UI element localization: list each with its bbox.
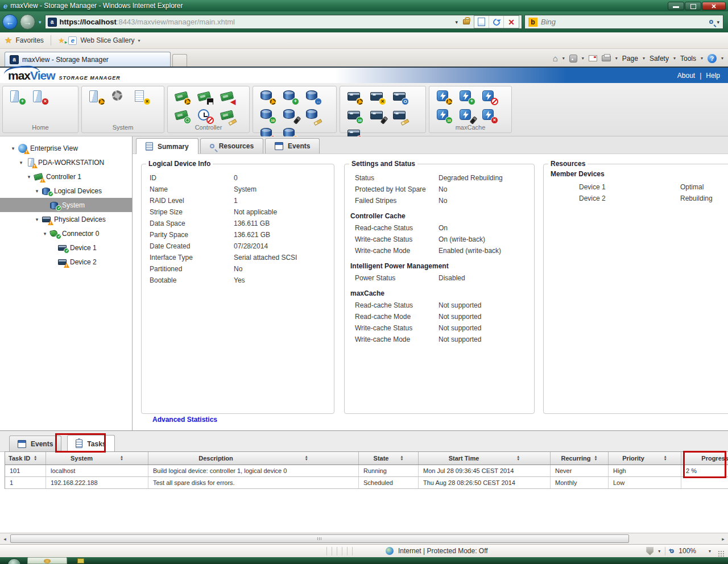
feeds-dropdown-icon[interactable]: ▾ bbox=[582, 56, 584, 61]
tree-item-pda-workstation[interactable]: PDA-WORKSTATION bbox=[0, 155, 132, 169]
help-icon[interactable]: ? bbox=[708, 54, 717, 63]
search-dropdown-icon[interactable]: ▾ bbox=[717, 19, 719, 25]
expander-icon[interactable] bbox=[26, 174, 32, 180]
back-button[interactable]: ← bbox=[2, 14, 18, 30]
address-dropdown-icon[interactable]: ▾ bbox=[453, 19, 460, 25]
sort-icon[interactable] bbox=[34, 455, 37, 461]
resize-grip[interactable] bbox=[718, 550, 725, 557]
mail-icon[interactable] bbox=[589, 55, 597, 61]
page-menu[interactable]: Page bbox=[622, 55, 638, 63]
home-icon[interactable]: ⌂ bbox=[553, 53, 558, 63]
sort-icon[interactable] bbox=[664, 455, 667, 461]
print-icon[interactable] bbox=[602, 55, 611, 61]
repair-physical-icon[interactable]: ✕ bbox=[370, 89, 385, 105]
scrollbar-thumb[interactable] bbox=[10, 534, 629, 543]
search-icon[interactable] bbox=[709, 20, 713, 24]
raid10-logical-icon[interactable]: 10 bbox=[260, 108, 275, 123]
scroll-right-icon[interactable]: ▸ bbox=[718, 536, 728, 542]
tree-item-device-2[interactable]: Device 2 bbox=[0, 255, 132, 269]
minimize-button[interactable] bbox=[668, 2, 684, 10]
locate-maxcache-icon[interactable] bbox=[459, 108, 474, 123]
silence-alarm-icon[interactable] bbox=[197, 108, 213, 123]
address-bar[interactable]: a https://localhost:8443/maxview/manager… bbox=[45, 15, 522, 29]
url-text[interactable]: https://localhost:8443/maxview/manager/m… bbox=[60, 18, 235, 26]
stop-button[interactable]: ✕ bbox=[504, 16, 519, 28]
power-physical-icon[interactable]: O bbox=[392, 89, 408, 105]
ssl-lock-icon[interactable] bbox=[463, 19, 470, 24]
col-system[interactable]: System bbox=[46, 452, 148, 465]
col-description[interactable]: Description bbox=[148, 452, 359, 465]
task-row[interactable]: 1 192.168.222.188 Test all spare disks f… bbox=[5, 477, 728, 489]
print-dropdown-icon[interactable]: ▾ bbox=[615, 56, 618, 61]
tab-resources[interactable]: Resources bbox=[200, 138, 263, 154]
expand-logical-icon[interactable]: ↔ bbox=[305, 89, 321, 105]
expander-icon[interactable] bbox=[34, 188, 40, 194]
manage-configuration-icon[interactable] bbox=[111, 89, 127, 105]
zoom-icon[interactable] bbox=[670, 549, 674, 553]
save-config-icon[interactable] bbox=[197, 89, 213, 105]
col-progress[interactable]: Progress bbox=[681, 452, 728, 465]
tab-events[interactable]: Events bbox=[265, 138, 320, 154]
col-priority[interactable]: Priority bbox=[609, 452, 681, 465]
tree-item-system-selected[interactable]: System bbox=[0, 198, 132, 212]
erase-controller-icon[interactable] bbox=[220, 108, 235, 123]
sort-icon[interactable] bbox=[400, 455, 403, 461]
compatibility-view-button[interactable] bbox=[474, 16, 489, 28]
tree-item-enterprise-view[interactable]: Enterprise View bbox=[0, 141, 132, 155]
taskbar-tray-icon[interactable] bbox=[77, 558, 84, 563]
search-box[interactable]: b Bing ▾ bbox=[524, 15, 723, 29]
add-system-icon[interactable]: + bbox=[10, 89, 25, 105]
favorites-label[interactable]: Favorites bbox=[15, 36, 43, 44]
controller-settings-icon[interactable] bbox=[175, 89, 190, 105]
zoom-dropdown-icon[interactable]: ▾ bbox=[709, 549, 711, 554]
web-slice-icon[interactable]: e bbox=[68, 36, 77, 45]
safety-dropdown-icon[interactable]: ▾ bbox=[673, 56, 676, 61]
help-dropdown-icon[interactable]: ▾ bbox=[721, 56, 723, 61]
create-maxcache-icon[interactable]: + bbox=[459, 89, 474, 105]
safety-menu[interactable]: Safety bbox=[650, 55, 669, 63]
col-start-time[interactable]: Start Time bbox=[419, 452, 551, 465]
col-state[interactable]: State bbox=[359, 452, 419, 465]
expander-icon[interactable] bbox=[42, 231, 48, 237]
feeds-icon[interactable] bbox=[569, 55, 577, 63]
page-dropdown-icon[interactable]: ▾ bbox=[643, 56, 645, 61]
locate-physical-icon[interactable] bbox=[370, 108, 385, 123]
erase-physical-icon[interactable] bbox=[392, 108, 408, 123]
forward-button[interactable]: → bbox=[20, 14, 35, 30]
zoom-level[interactable]: 100% bbox=[679, 547, 696, 555]
locate-logical-icon[interactable] bbox=[283, 108, 298, 123]
tree-item-physical-devices[interactable]: Physical Devices bbox=[0, 212, 132, 226]
delete-system-icon[interactable]: × bbox=[32, 89, 48, 105]
create-logical-icon[interactable]: + bbox=[283, 89, 298, 105]
browser-tab-active[interactable]: a maxView - Storage Manager bbox=[5, 52, 171, 67]
shield-dropdown-icon[interactable]: ▾ bbox=[658, 549, 660, 554]
new-tab-stub[interactable] bbox=[172, 54, 187, 67]
erase-logical-icon[interactable] bbox=[305, 108, 321, 123]
taskbar-app-button[interactable] bbox=[27, 557, 67, 564]
smartscreen-shield-icon[interactable] bbox=[646, 547, 653, 555]
physical-settings-icon[interactable] bbox=[347, 89, 362, 105]
add-favorite-icon[interactable]: ★ bbox=[58, 36, 65, 45]
col-recurring[interactable]: Recurring bbox=[551, 452, 609, 465]
task-row[interactable]: 101 localhost Build logical device: cont… bbox=[5, 465, 728, 477]
raid10-maxcache-icon[interactable]: 10 bbox=[436, 108, 452, 123]
restore-config-icon[interactable]: ◀ bbox=[220, 89, 235, 105]
clear-logs-icon[interactable]: ✕ bbox=[134, 89, 150, 105]
tab-summary[interactable]: Summary bbox=[136, 138, 198, 154]
tab-events-bottom[interactable]: Events bbox=[9, 436, 61, 451]
sort-icon[interactable] bbox=[516, 455, 520, 461]
tree-item-device-1[interactable]: Device 1 bbox=[0, 240, 132, 255]
expander-icon[interactable] bbox=[34, 217, 40, 222]
expander-icon[interactable] bbox=[18, 160, 24, 165]
sort-icon[interactable] bbox=[305, 455, 308, 461]
about-link[interactable]: About bbox=[677, 72, 695, 80]
start-button[interactable] bbox=[7, 558, 21, 564]
history-dropdown-icon[interactable]: ▾ bbox=[39, 19, 42, 25]
tools-dropdown-icon[interactable]: ▾ bbox=[701, 56, 703, 61]
tree-item-connector-0[interactable]: Connector 0 bbox=[0, 226, 132, 240]
help-link[interactable]: Help bbox=[706, 72, 720, 80]
raid10-physical-icon[interactable]: 10 bbox=[347, 108, 362, 123]
web-slice-label[interactable]: Web Slice Gallery bbox=[80, 36, 134, 44]
tab-tasks-bottom[interactable]: Tasks bbox=[67, 435, 114, 452]
sort-icon[interactable] bbox=[594, 455, 598, 461]
